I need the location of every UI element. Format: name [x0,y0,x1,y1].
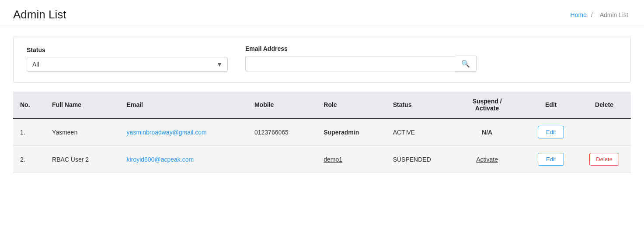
breadcrumb-separator: / [591,11,593,18]
table-row: 2. RBAC User 2 kiroyid600@acpeak.com dem… [13,146,631,173]
edit-button[interactable]: Edit [538,126,564,138]
table-body: 1. Yasmeen yasminbroadway@gmail.com 0123… [13,118,631,173]
role-link[interactable]: demo1 [324,156,342,163]
email-link[interactable]: yasminbroadway@gmail.com [127,129,207,136]
breadcrumb-home[interactable]: Home [571,11,587,18]
activate-link[interactable]: Activate [476,156,498,163]
col-header-role: Role [317,92,386,118]
cell-suspend: N/A [450,118,525,146]
cell-no: 2. [13,146,45,173]
cell-suspend: Activate [450,146,525,173]
cell-fullname: Yasmeen [45,118,120,146]
email-link[interactable]: kiroyid600@acpeak.com [127,156,194,163]
admin-table-wrap: No. Full Name Email Mobile Role Status S… [13,92,631,173]
filter-row: Status All Active Suspended ▼ Email Addr… [27,45,617,72]
col-header-no: No. [13,92,45,118]
col-header-email: Email [120,92,247,118]
table-row: 1. Yasmeen yasminbroadway@gmail.com 0123… [13,118,631,146]
col-header-mobile: Mobile [247,92,317,118]
cell-role: demo1 [317,146,386,173]
cell-delete [578,118,631,146]
breadcrumb: Home / Admin List [571,11,631,18]
cell-role: Superadmin [317,118,386,146]
col-header-fullname: Full Name [45,92,120,118]
admin-table: No. Full Name Email Mobile Role Status S… [13,92,631,173]
email-input-wrap: 🔍 [245,56,477,72]
filter-panel: Status All Active Suspended ▼ Email Addr… [13,36,631,83]
cell-edit: Edit [524,146,578,173]
status-select-wrap: All Active Suspended ▼ [27,57,228,72]
col-header-status: Status [386,92,450,118]
cell-mobile [247,146,317,173]
status-label: Status [27,46,228,53]
table-header-row: No. Full Name Email Mobile Role Status S… [13,92,631,118]
cell-status: ACTIVE [386,118,450,146]
col-header-edit: Edit [524,92,578,118]
filter-status-group: Status All Active Suspended ▼ [27,46,228,72]
email-input[interactable] [245,57,455,71]
cell-no: 1. [13,118,45,146]
search-button[interactable]: 🔍 [455,56,477,72]
search-icon: 🔍 [461,60,470,67]
cell-delete: Delete [578,146,631,173]
page-header: Admin List Home / Admin List [0,0,644,27]
cell-status: SUSPENDED [386,146,450,173]
cell-fullname: RBAC User 2 [45,146,120,173]
edit-button[interactable]: Edit [538,153,564,166]
status-select[interactable]: All Active Suspended [27,57,228,72]
table-header: No. Full Name Email Mobile Role Status S… [13,92,631,118]
col-header-delete: Delete [578,92,631,118]
cell-edit: Edit [524,118,578,146]
page-title: Admin List [13,8,66,21]
breadcrumb-current: Admin List [600,11,628,18]
na-text: N/A [482,129,492,136]
cell-email: yasminbroadway@gmail.com [120,118,247,146]
col-header-suspend: Suspend /Activate [450,92,525,118]
email-label: Email Address [245,45,477,52]
filter-email-group: Email Address 🔍 [245,45,477,72]
cell-email: kiroyid600@acpeak.com [120,146,247,173]
cell-mobile: 0123766065 [247,118,317,146]
delete-button[interactable]: Delete [589,153,619,166]
